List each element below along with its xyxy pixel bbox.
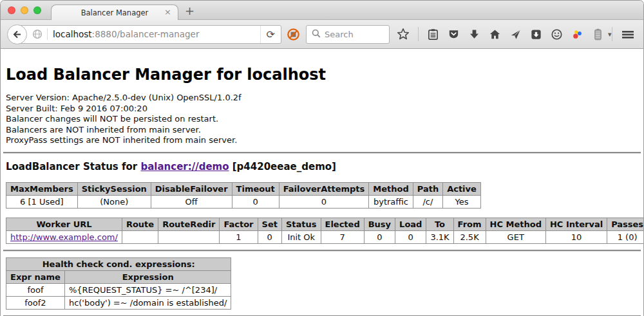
zoom-window-button[interactable]: [33, 6, 41, 14]
column-header: Busy: [364, 218, 395, 230]
status-prefix: LoadBalancer Status for: [6, 161, 140, 172]
notice-line: ProxyPass settings are NOT inherited fro…: [6, 135, 638, 146]
cell: 0: [232, 195, 279, 208]
cell: Off: [151, 195, 232, 208]
table-title: Health check cond. expressions:: [6, 257, 231, 270]
balancer-status-heading: LoadBalancer Status for balancer://demo …: [6, 161, 638, 172]
download-manager-button[interactable]: [530, 28, 542, 41]
column-header: Expr name: [6, 270, 65, 283]
battery-clipboard-icon: [592, 28, 604, 41]
server-version-line: Server Version: Apache/2.5.0-dev (Unix) …: [6, 93, 638, 104]
minimize-window-button[interactable]: [21, 6, 28, 14]
cell: 10: [545, 230, 607, 243]
section-divider: [3, 152, 641, 154]
cell: 0: [258, 230, 281, 243]
url-divider: [47, 28, 48, 40]
clipboard-extension-button[interactable]: [592, 28, 604, 41]
star-icon: [397, 28, 410, 41]
cell: 3.1K: [426, 230, 453, 243]
cell: [122, 230, 158, 243]
tab-close-icon[interactable]: ×: [164, 8, 171, 17]
health-check-table: Health check cond. expressions: Expr nam…: [6, 257, 231, 310]
pocket-button[interactable]: [448, 28, 460, 41]
worker-table: Worker URL Route RouteRedir Factor Set S…: [6, 218, 643, 244]
column-header: HC Method: [486, 218, 545, 230]
column-header: Passes: [607, 218, 643, 230]
table-row: foof %{REQUEST_STATUS} =~ /^[234]/: [6, 283, 231, 296]
column-header: Worker URL: [6, 218, 122, 230]
back-button[interactable]: [7, 24, 27, 44]
menu-button[interactable]: [621, 28, 635, 41]
column-header: Active: [443, 182, 481, 195]
column-header: MaxMembers: [6, 182, 78, 195]
cell: bytraffic: [369, 195, 413, 208]
extension-dots-button[interactable]: [571, 28, 583, 41]
column-header: Status: [281, 218, 321, 230]
table-header-row: Health check cond. expressions:: [6, 257, 231, 270]
page-title: Load Balancer Manager for localhost: [6, 66, 638, 84]
back-arrow-icon: [12, 29, 23, 40]
close-window-button[interactable]: [8, 6, 15, 14]
home-button[interactable]: [489, 28, 501, 41]
tab-title: Balancer Manager: [81, 8, 149, 17]
server-built-line: Server Built: Feb 9 2016 07:00:20: [6, 104, 638, 115]
balancer-settings-table: MaxMembers StickySession DisableFailover…: [6, 182, 481, 209]
downloads-button[interactable]: [468, 28, 480, 41]
browser-tab[interactable]: Balancer Manager ×: [51, 5, 178, 20]
cell: %{REQUEST_STATUS} =~ /^[234]/: [64, 283, 231, 296]
column-header: Path: [413, 182, 442, 195]
notice-line: Balancers are NOT inherited from main se…: [6, 125, 638, 136]
blocked-content-button[interactable]: [287, 28, 300, 41]
cell: Init Ok: [281, 230, 321, 243]
toolbar-separator: [418, 27, 419, 41]
page-content: Load Balancer Manager for localhost Serv…: [1, 49, 643, 316]
toolbar-separator: [612, 27, 612, 41]
column-header: To: [426, 218, 453, 230]
cell: foof: [6, 283, 65, 296]
cell: GET: [486, 230, 545, 243]
cell: 1: [220, 230, 258, 243]
url-host: localhost: [53, 29, 92, 39]
reload-button[interactable]: ⟳: [260, 26, 281, 43]
column-header: Expression: [64, 270, 231, 283]
column-header: HC Interval: [545, 218, 607, 230]
table-row: foof2 hc('body') =~ /domain is establish…: [6, 296, 231, 309]
table-header-row: Worker URL Route RouteRedir Factor Set S…: [6, 218, 644, 230]
column-header: Factor: [220, 218, 258, 230]
column-header: Load: [395, 218, 426, 230]
url-bar[interactable]: localhost:8880/balancer-manager ⟳: [16, 25, 281, 44]
column-header: DisableFailover: [151, 182, 232, 195]
search-input[interactable]: [325, 30, 383, 39]
navigation-toolbar: localhost:8880/balancer-manager ⟳: [1, 20, 643, 49]
feedback-smiley-button[interactable]: [551, 28, 563, 41]
url-text: localhost:8880/balancer-manager: [53, 29, 199, 39]
send-button[interactable]: [509, 28, 522, 41]
smiley-icon: [551, 28, 563, 41]
column-header: FailoverAttempts: [279, 182, 369, 195]
column-header: StickySession: [77, 182, 151, 195]
search-bar[interactable]: [306, 25, 390, 44]
cell: Yes: [443, 195, 481, 208]
column-header: From: [453, 218, 486, 230]
table-header-row: MaxMembers StickySession DisableFailover…: [6, 182, 481, 195]
bookmark-star-button[interactable]: [397, 28, 410, 41]
url-path: :8880/balancer-manager: [92, 29, 200, 39]
column-header: Method: [369, 182, 413, 195]
reading-list-button[interactable]: [427, 28, 439, 41]
section-divider: [3, 250, 641, 252]
column-header: Route: [122, 218, 158, 230]
cell: [158, 230, 220, 243]
worker-url-link[interactable]: http://www.example.com/: [10, 232, 118, 242]
box-download-icon: [530, 28, 542, 41]
colored-dots-icon: [571, 28, 583, 41]
cell: hc('body') =~ /domain is established/: [64, 296, 231, 309]
home-icon: [489, 28, 501, 41]
cell: 0: [279, 195, 369, 208]
cell: /c/: [413, 195, 442, 208]
cell: 7: [321, 230, 364, 243]
column-header: RouteRedir: [158, 218, 220, 230]
cell: (None): [77, 195, 151, 208]
new-tab-button[interactable]: +: [185, 4, 194, 17]
balancer-link[interactable]: balancer://demo: [140, 161, 229, 172]
cell: 1 (0): [607, 230, 643, 243]
